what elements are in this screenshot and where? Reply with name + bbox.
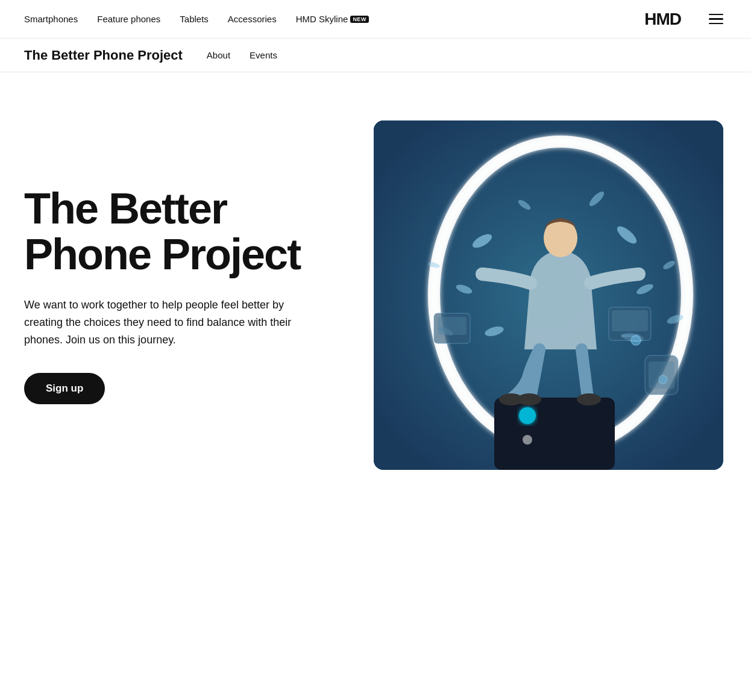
svg-rect-27 — [649, 361, 674, 389]
hero-section: The Better Phone Project We want to work… — [0, 72, 751, 506]
svg-point-7 — [577, 393, 601, 405]
sub-nav-title: The Better Phone Project — [24, 48, 183, 63]
nav-tablets[interactable]: Tablets — [180, 14, 209, 24]
nav-smartphones[interactable]: Smartphones — [24, 14, 78, 24]
nav-hmd-skyline[interactable]: HMD SkylineNEW — [296, 14, 369, 24]
hmd-logo[interactable]: HMD — [644, 10, 681, 29]
hamburger-line-3 — [709, 23, 723, 25]
hamburger-line-1 — [709, 14, 723, 16]
new-badge: NEW — [350, 16, 369, 23]
hero-description: We want to work together to help people … — [24, 296, 313, 348]
nav-accessories[interactable]: Accessories — [228, 14, 277, 24]
svg-point-3 — [519, 407, 536, 424]
hamburger-line-2 — [709, 18, 723, 20]
svg-rect-25 — [438, 317, 467, 335]
hamburger-menu-button[interactable] — [705, 8, 727, 30]
subnav-events[interactable]: Events — [250, 50, 277, 60]
nav-links: Smartphones Feature phones Tablets Acces… — [24, 14, 644, 24]
svg-rect-22 — [612, 310, 648, 331]
hero-text-block: The Better Phone Project We want to work… — [24, 186, 338, 404]
subnav-about[interactable]: About — [207, 50, 230, 60]
svg-point-28 — [631, 336, 641, 345]
svg-point-29 — [659, 375, 667, 384]
top-navigation: Smartphones Feature phones Tablets Acces… — [0, 0, 751, 39]
hero-illustration — [374, 120, 723, 470]
svg-rect-2 — [494, 398, 615, 470]
signup-button[interactable]: Sign up — [24, 373, 105, 404]
svg-point-4 — [523, 435, 532, 445]
nav-feature-phones[interactable]: Feature phones — [97, 14, 160, 24]
svg-point-8 — [499, 393, 523, 405]
hero-title: The Better Phone Project — [24, 186, 338, 277]
hero-image — [374, 120, 723, 470]
sub-navigation: The Better Phone Project About Events — [0, 39, 751, 72]
